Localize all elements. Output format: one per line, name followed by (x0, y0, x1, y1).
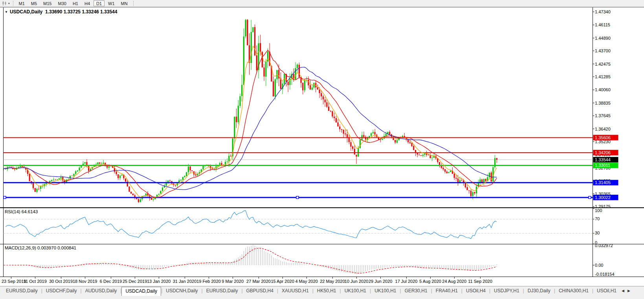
price-tick-label: 1.37645 (595, 113, 611, 118)
candle (360, 140, 361, 148)
chart-tab-uk100-9[interactable]: UK100,H1 (341, 287, 370, 295)
line-selection-handle[interactable] (4, 196, 6, 199)
candle (349, 138, 350, 142)
date-tick (209, 277, 209, 279)
timeframe-button-w1[interactable]: W1 (105, 0, 117, 6)
chart-tab-uk100-10[interactable]: UK100,H1 (371, 287, 400, 295)
candle (302, 83, 303, 90)
line-selection-handle[interactable] (589, 196, 591, 199)
chart-tab-ger30-11[interactable]: GER30,H1 (401, 287, 431, 295)
date-label: 22 May 2020 (320, 279, 345, 284)
candle (310, 85, 311, 89)
candle (385, 134, 387, 136)
chart-menu-button[interactable]: ▾ (2, 1, 10, 6)
date-label: 13 Jan 2020 (147, 279, 171, 284)
tab-scroll-right-button[interactable]: ▶ (626, 287, 632, 293)
date-label: 4 May 2020 (295, 279, 317, 284)
timeframe-button-d1[interactable]: D1 (94, 0, 105, 6)
date-tick (306, 277, 307, 279)
chart-tab-xauusd-7[interactable]: XAUUSD,H1 (278, 287, 312, 295)
candle (103, 163, 104, 164)
candle (245, 20, 246, 36)
macd-axis-label: 0.00 (595, 263, 603, 268)
candle (197, 174, 198, 175)
chart-tab-usoil-13[interactable]: USOil,H4 (462, 287, 489, 295)
chart-tab-usdcad-3[interactable]: USDCAD,Daily (121, 287, 161, 296)
candle (332, 111, 333, 116)
timeframe-button-m30[interactable]: M30 (55, 0, 69, 6)
candle (288, 82, 289, 85)
chart-tab-usdchf-1[interactable]: USDCHF,Daily (42, 287, 81, 295)
timeframe-button-mn[interactable]: MN (118, 0, 130, 6)
chart-tab-dj30-15[interactable]: DJ30,Daily (524, 287, 554, 295)
rsi-value: 64.6143 (22, 209, 38, 214)
chart-tab-hk50-8[interactable]: HK50,H1 (314, 287, 340, 295)
candle (238, 106, 239, 122)
candle (221, 163, 222, 165)
rsi-axis-label: 70 (595, 216, 600, 221)
candle (356, 155, 357, 157)
chart-tab-usoil-17[interactable]: USOil,H1 (593, 287, 620, 295)
candle (247, 20, 248, 45)
chart-tab-fra40-12[interactable]: FRA40,H1 (432, 287, 461, 295)
candle (62, 177, 63, 181)
rsi-indicator-pane[interactable]: 10070300 (0, 208, 644, 244)
chart-tab-gbpusd-6[interactable]: GBPUSD,H4 (243, 287, 277, 295)
timeframe-button-m5[interactable]: M5 (28, 0, 40, 6)
chart-tab-china300-16[interactable]: CHINA300,H1 (555, 287, 592, 295)
candle (472, 192, 473, 196)
candle (151, 198, 152, 199)
chart-tab-eurusd-5[interactable]: EURUSD,Daily (203, 287, 242, 295)
candle (341, 129, 342, 130)
timeframe-button-m1[interactable]: M1 (16, 0, 28, 6)
macd-values: 0.003970 0.000841 (37, 245, 76, 250)
chart-menu-caret-icon[interactable]: ▼ (5, 10, 8, 14)
candle (273, 81, 274, 96)
candle (72, 175, 73, 176)
candle (228, 156, 229, 162)
timeframe-button-h1[interactable]: H1 (70, 0, 81, 6)
candle (188, 167, 189, 172)
chart-tab-eurusd-0[interactable]: EURUSD,Daily (2, 287, 41, 295)
candle (461, 180, 462, 181)
candle (53, 179, 54, 180)
candle (182, 177, 183, 180)
date-tick (35, 277, 35, 279)
candle (36, 189, 37, 192)
price-level-label-text: 1.35606 (595, 135, 611, 140)
toolbar-separator (133, 1, 134, 6)
candle (35, 188, 36, 192)
tab-scroll-left-button[interactable]: ◀ (620, 287, 626, 293)
chart-ohlc-values: 1.33690 1.33725 1.33246 1.33544 (45, 9, 117, 15)
candle (55, 179, 56, 180)
main-chart-pane[interactable]: 1.473401.461151.448901.437001.424751.412… (0, 7, 644, 208)
chart-tab-usdjpy-14[interactable]: USDJPY,H1 (490, 287, 523, 295)
candle (396, 140, 398, 142)
date-label: 5 Aug 2020 (419, 279, 441, 284)
timeframe-button-m15[interactable]: M15 (40, 0, 54, 6)
candle (267, 52, 268, 62)
candle (29, 174, 30, 181)
candle (430, 155, 431, 158)
candle (51, 180, 52, 181)
candle (79, 168, 80, 170)
candle (81, 166, 82, 168)
timeframe-button-h4[interactable]: H4 (82, 0, 93, 6)
chevron-down-icon: ▾ (8, 2, 10, 5)
candle (299, 65, 300, 77)
candle (352, 146, 353, 149)
candle (252, 27, 253, 32)
date-tick (233, 277, 233, 279)
macd-indicator-pane[interactable]: 0.0329720.00-0.018154 (0, 244, 644, 277)
date-tick (454, 277, 455, 279)
moving-average-line (4, 50, 497, 197)
candle (339, 127, 340, 129)
chart-tab-usdcnh-4[interactable]: USDCNH,Daily (162, 287, 201, 295)
date-axis[interactable]: 23 Sep 201911 Oct 201930 Oct 201918 Nov … (0, 277, 644, 286)
price-tick-label: 1.42475 (595, 62, 611, 66)
price-tick-label: 1.29175 (595, 204, 611, 208)
line-selection-handle[interactable] (296, 196, 299, 199)
candle (251, 32, 252, 63)
candle (119, 175, 121, 178)
chart-tab-audusd-2[interactable]: AUDUSD,Daily (82, 287, 121, 295)
